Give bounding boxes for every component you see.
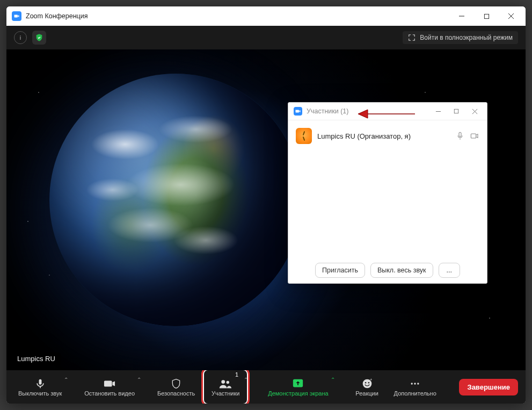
microphone-icon (456, 132, 464, 140)
more-button[interactable]: Дополнительно (390, 370, 441, 404)
window-maximize-button[interactable] (474, 6, 499, 26)
svg-rect-11 (454, 109, 458, 113)
reactions-button[interactable]: + Реакции (347, 370, 388, 404)
app-window: Zoom Конференция i (6, 6, 526, 404)
end-meeting-button[interactable]: Завершение (459, 379, 518, 395)
stop-video-button[interactable]: Остановить видео ⌃ (80, 370, 139, 404)
zoom-logo-icon (12, 11, 21, 21)
meeting-info-button[interactable]: i (14, 31, 27, 44)
svg-point-8 (411, 383, 413, 384)
speaker-name-tag: Lumpics RU (12, 353, 61, 365)
participants-list: Lumpics RU (Организатор, я) (288, 120, 487, 257)
enter-fullscreen-button[interactable]: Войти в полноэкранный режим (403, 31, 518, 44)
shield-icon (171, 377, 181, 390)
participants-options-caret[interactable]: ⌃ (242, 375, 250, 385)
participants-maximize-button[interactable] (447, 104, 465, 119)
meeting-top-bar: i Войти в полноэкранный режим (6, 26, 526, 49)
background-earth (49, 74, 302, 326)
participants-close-button[interactable] (465, 104, 484, 119)
participant-name: Lumpics RU (Организатор, я) (317, 132, 450, 140)
participants-window-title: Участники (1) (307, 107, 348, 115)
window-title: Zoom Конференция (26, 12, 88, 20)
svg-rect-12 (471, 134, 476, 138)
encryption-shield-icon[interactable] (32, 31, 46, 45)
share-screen-icon (292, 377, 304, 390)
svg-point-5 (365, 382, 366, 384)
svg-text:+: + (370, 378, 373, 382)
fullscreen-icon (408, 34, 416, 41)
video-icon (470, 132, 479, 140)
title-bar: Zoom Конференция (6, 6, 526, 26)
mute-all-button[interactable]: Выкл. весь звук (370, 263, 433, 278)
participants-minimize-button[interactable] (429, 104, 447, 119)
zoom-logo-icon (294, 107, 302, 116)
microphone-icon (35, 377, 46, 390)
participants-window: Участники (1) Lumpics RU (Организатор, я… (288, 102, 487, 284)
meeting-toolbar: Выключить звук ⌃ Остановить видео ⌃ (6, 370, 526, 404)
participant-row[interactable]: Lumpics RU (Организатор, я) (294, 125, 482, 147)
svg-point-1 (221, 380, 225, 384)
invite-button[interactable]: Пригласить (315, 263, 365, 278)
mute-button[interactable]: Выключить звук ⌃ (14, 370, 66, 404)
mute-options-caret[interactable]: ⌃ (62, 375, 70, 385)
svg-rect-0 (484, 14, 489, 18)
participants-window-titlebar: Участники (1) (288, 103, 487, 120)
people-icon (219, 377, 232, 390)
smile-icon: + (362, 377, 373, 390)
participants-count: 1 (235, 371, 238, 378)
fullscreen-label: Войти в полноэкранный режим (420, 34, 513, 41)
video-options-caret[interactable]: ⌃ (135, 375, 143, 385)
svg-point-6 (368, 382, 369, 384)
participants-button[interactable]: 1 Участники ⌃ (205, 370, 246, 404)
annotation-highlight: 1 Участники ⌃ (201, 368, 250, 404)
participants-footer: Пригласить Выкл. весь звук ... (288, 257, 487, 283)
svg-point-9 (414, 383, 416, 384)
participant-avatar (296, 128, 312, 144)
window-minimize-button[interactable] (449, 6, 474, 26)
svg-point-2 (227, 381, 229, 384)
ellipsis-icon (409, 377, 421, 390)
security-button[interactable]: Безопасность (153, 370, 199, 404)
video-icon (104, 377, 115, 390)
share-options-caret[interactable]: ⌃ (329, 375, 337, 385)
share-screen-button[interactable]: Демонстрация экрана ⌃ (264, 370, 332, 404)
window-close-button[interactable] (499, 6, 523, 26)
participants-more-button[interactable]: ... (439, 263, 460, 278)
svg-point-10 (417, 383, 419, 384)
